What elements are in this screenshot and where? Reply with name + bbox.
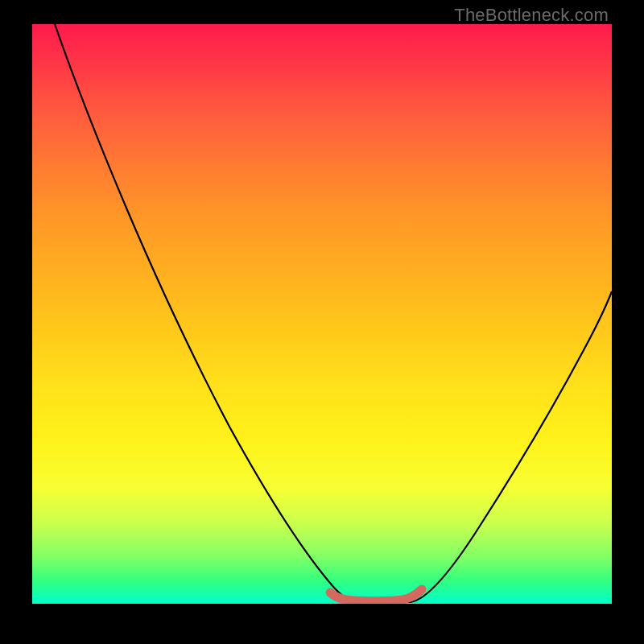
curve-left-branch [55,24,358,602]
watermark-text: TheBottleneck.com [454,5,609,26]
valley-highlight [330,589,422,601]
chart-svg [32,24,612,604]
chart-frame: TheBottleneck.com [0,0,644,644]
curve-right-branch [411,291,612,602]
plot-area [32,24,612,604]
